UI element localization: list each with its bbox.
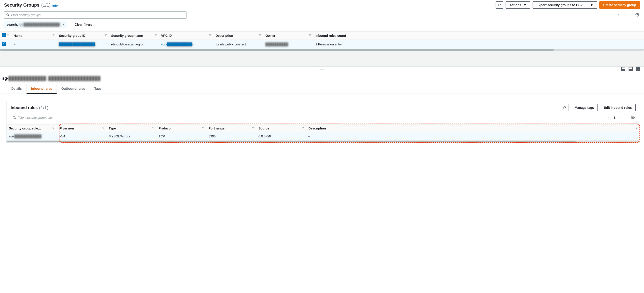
- sort-icon[interactable]: ▽: [302, 127, 304, 129]
- col-rule-description[interactable]: Description▽: [306, 125, 640, 132]
- select-all-checkbox[interactable]: [2, 33, 6, 37]
- col-sg-id[interactable]: Security group ID▽: [57, 32, 109, 40]
- panel-splitter[interactable]: ══: [0, 67, 644, 72]
- col-name[interactable]: Name▽: [11, 32, 57, 40]
- inbound-search-box[interactable]: [11, 114, 193, 121]
- export-csv-button[interactable]: Export security groups to CSV: [532, 1, 586, 9]
- cell-rule-description: –: [306, 132, 640, 141]
- drag-handle-icon[interactable]: ══: [320, 68, 324, 71]
- inbound-rules-table: Security group rule…▽ IP version▽ Type▽ …: [6, 124, 640, 141]
- inbound-search-input[interactable]: [18, 114, 191, 121]
- security-groups-table: ▽ Name▽ Security group ID▽ Security grou…: [0, 31, 644, 49]
- sort-icon[interactable]: ▽: [105, 34, 107, 36]
- col-owner[interactable]: Owner▽: [263, 32, 313, 40]
- table-row[interactable]: – ████████████████ rds-public-security-g…: [0, 40, 644, 49]
- caret-down-icon: ▼: [524, 3, 527, 7]
- horizontal-scrollbar[interactable]: [0, 49, 644, 51]
- sort-icon[interactable]: ▽: [202, 127, 204, 129]
- inbound-pager-current: 1: [614, 116, 616, 119]
- inbound-count: (1/1): [39, 105, 48, 110]
- inbound-settings-gear-icon[interactable]: [628, 115, 636, 120]
- cell-name: –: [11, 40, 57, 49]
- sort-icon[interactable]: ▽: [7, 33, 9, 36]
- pager-prev[interactable]: 〈: [610, 13, 615, 18]
- inbound-pager-next[interactable]: 〉: [618, 115, 624, 120]
- sort-icon[interactable]: ▽: [209, 34, 211, 36]
- col-protocol[interactable]: Protocol▽: [156, 125, 206, 132]
- col-description[interactable]: Description▽: [213, 32, 263, 40]
- svg-line-1: [8, 16, 9, 16]
- svg-point-5: [632, 117, 633, 118]
- cell-ip-version: IPv4: [56, 132, 106, 141]
- page-title: Security Groups: [4, 3, 40, 8]
- cell-vpc-id[interactable]: vpc-vpc-██████████████████████████⧉: [159, 40, 213, 49]
- info-link[interactable]: Info: [52, 4, 58, 7]
- refresh-button[interactable]: [496, 1, 503, 9]
- cell-sg-name: rds-public-security-gro…: [109, 40, 159, 49]
- pager-next[interactable]: 〉: [623, 13, 628, 18]
- detail-title: sg-sg-█████████████ ████████████████████…: [2, 74, 644, 84]
- sort-icon[interactable]: ▽: [152, 127, 154, 129]
- tab-inbound-rules[interactable]: Inbound rules: [26, 84, 57, 94]
- filter-chip-value: sg-████████████████: [19, 23, 60, 26]
- edit-inbound-rules-button[interactable]: Edit inbound rules: [600, 104, 636, 111]
- external-link-icon[interactable]: ⧉: [192, 43, 194, 46]
- clear-filters-button[interactable]: Clear filters: [71, 21, 96, 28]
- row-checkbox[interactable]: [2, 42, 6, 46]
- refresh-icon: [498, 3, 501, 7]
- cell-sg-id[interactable]: ████████████████: [57, 40, 109, 49]
- search-icon: [6, 13, 10, 17]
- cell-source: 0.0.0.0/0: [256, 132, 306, 141]
- sort-icon[interactable]: ▽: [252, 127, 254, 129]
- svg-point-3: [13, 116, 15, 118]
- col-source[interactable]: Source▽: [256, 125, 306, 132]
- col-vpc-id[interactable]: VPC ID▽: [159, 32, 213, 40]
- col-sg-name[interactable]: Security group name▽: [109, 32, 159, 40]
- manage-tags-button[interactable]: Manage tags: [571, 104, 598, 111]
- col-type[interactable]: Type▽: [106, 125, 156, 132]
- refresh-icon: [563, 106, 566, 110]
- col-ip-version[interactable]: IP version▽: [56, 125, 106, 132]
- view-split-icon[interactable]: [621, 67, 626, 71]
- sort-icon[interactable]: ▽: [53, 34, 54, 36]
- actions-label: Actions: [510, 3, 521, 7]
- filter-chip[interactable]: search: sg-████████████████ ✕: [4, 21, 67, 28]
- create-security-group-button[interactable]: Create security group: [599, 1, 640, 9]
- sort-icon[interactable]: ▽: [155, 34, 156, 36]
- col-inbound-count[interactable]: Inbound rules count: [313, 32, 644, 40]
- inbound-refresh-button[interactable]: [561, 104, 568, 111]
- sort-icon[interactable]: ▽: [52, 127, 54, 129]
- tab-details[interactable]: Details: [7, 84, 26, 94]
- col-rule-id[interactable]: Security group rule…▽: [6, 125, 56, 132]
- cell-description: for rds public connecti…: [213, 40, 263, 49]
- svg-line-4: [15, 118, 16, 119]
- actions-button[interactable]: Actions ▼: [506, 1, 530, 9]
- tab-outbound-rules[interactable]: Outbound rules: [57, 84, 90, 94]
- close-icon[interactable]: ✕: [61, 22, 66, 27]
- filter-chip-label: search:: [6, 23, 18, 26]
- count-badge: (1/1): [41, 3, 50, 8]
- cell-port: 3306: [206, 132, 256, 141]
- sort-icon[interactable]: ▽: [309, 34, 311, 36]
- search-icon: [13, 116, 16, 119]
- search-box[interactable]: [4, 11, 186, 19]
- sort-icon[interactable]: ▽: [259, 34, 261, 36]
- horizontal-scrollbar[interactable]: [6, 141, 640, 142]
- tab-tags[interactable]: Tags: [90, 84, 106, 94]
- search-input[interactable]: [11, 12, 184, 19]
- sort-icon[interactable]: ▽: [636, 127, 638, 129]
- svg-point-2: [637, 14, 638, 15]
- export-csv-dropdown[interactable]: ▼: [586, 1, 597, 9]
- cell-protocol: TCP: [156, 132, 206, 141]
- sort-icon[interactable]: ▽: [102, 127, 104, 129]
- cell-type: MYSQL/Aurora: [106, 132, 156, 141]
- inbound-rules-title: Inbound rules: [11, 105, 38, 110]
- table-row[interactable]: sgr-████████████sgr-████████████ IPv4 MY…: [6, 132, 640, 141]
- cell-rule-id: sgr-████████████sgr-████████████: [6, 132, 56, 141]
- col-port-range[interactable]: Port range▽: [206, 125, 256, 132]
- view-half-icon[interactable]: [628, 67, 633, 71]
- view-full-icon[interactable]: [636, 67, 640, 71]
- cell-owner: ██████████: [263, 40, 313, 49]
- settings-gear-icon[interactable]: [632, 13, 640, 18]
- inbound-pager-prev[interactable]: 〈: [606, 115, 610, 120]
